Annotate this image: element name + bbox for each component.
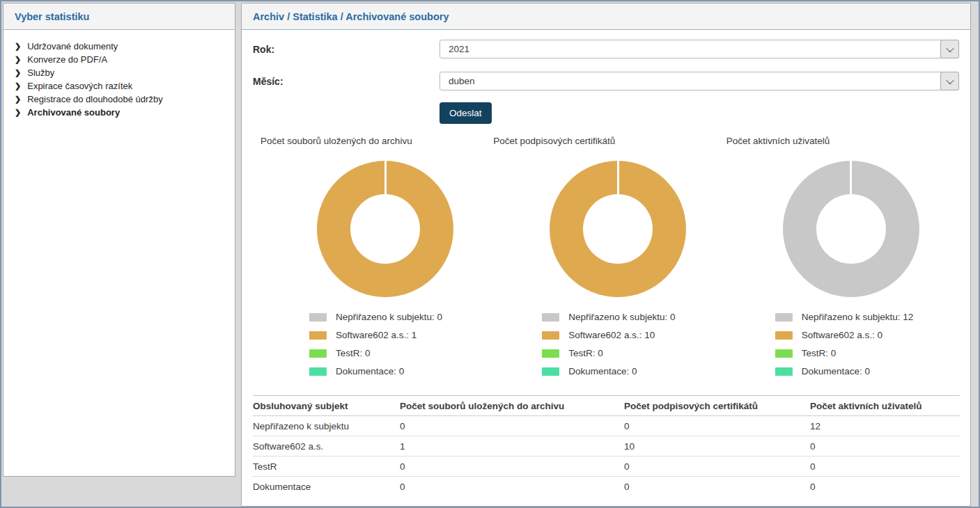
chevron-right-icon: ❯ [15,53,21,66]
sidebar-item-label: Konverze do PDF/A [27,53,107,66]
table-cell: Software602 a.s. [253,436,400,457]
legend-item: Nepřiřazeno k subjektu: 0 [309,312,493,322]
donut-hole [350,194,420,264]
table-cell: 0 [810,477,960,497]
legend-item: TestR: 0 [309,348,493,358]
donut-chart: Počet aktivních uživatelů Nepřiřazeno k … [726,136,959,384]
chart-legend: Nepřiřazeno k subjektu: 0 Software602 a.… [542,312,726,376]
legend-swatch [775,331,793,340]
legend-swatch [542,367,559,376]
table-header-row: Obsluhovaný subjektPočet souborů uložený… [253,396,960,416]
year-select-arrow-button[interactable] [940,40,959,58]
table-cell: 0 [810,457,960,477]
donut-segment-divider [617,161,619,196]
table-row: Software602 a.s.1100 [253,436,960,457]
table-row: TestR000 [253,457,960,477]
donut-chart: Počet souborů uložených do archivu Nepři… [260,136,493,384]
table-row: Dokumentace000 [253,477,960,497]
breadcrumb: Archiv / Statistika / Archivované soubor… [242,3,970,30]
legend-swatch [309,367,327,376]
stats-table: Obsluhovaný subjektPočet souborů uložený… [253,395,960,496]
legend-label: Software602 a.s.: 1 [336,330,417,340]
submit-button[interactable]: Odeslat [440,102,492,124]
legend-item: Software602 a.s.: 0 [775,330,959,340]
legend-label: Nepřiřazeno k subjektu: 0 [568,312,675,322]
sidebar-item-label: Expirace časových razítek [27,79,132,93]
main-content: Rok: 2021 Měsíc: duben Odeslat [242,30,970,496]
legend-item: Dokumentace: 0 [309,366,493,376]
donut-chart: Počet podpisových certifikátů Nepřiřazen… [493,136,726,384]
sidebar-item-label: Archivované soubory [27,106,120,119]
table-cell: Nepřiřazeno k subjektu [253,416,400,436]
sidebar-item[interactable]: ❯ Archivované soubory [15,106,224,119]
legend-swatch [309,331,327,340]
table-cell: 0 [810,436,960,457]
stats-table-body: Nepřiřazeno k subjektu0012Software602 a.… [253,416,960,497]
table-header-cell: Počet souborů uložených do archivu [400,396,624,416]
sidebar-item-label: Služby [27,66,54,79]
chart-title: Počet souborů uložených do archivu [260,136,493,146]
chart-legend: Nepřiřazeno k subjektu: 12 Software602 a… [775,312,959,376]
chart-title: Počet podpisových certifikátů [493,136,726,146]
chevron-right-icon: ❯ [15,79,21,93]
table-cell: 12 [810,416,960,436]
legend-swatch [309,313,327,322]
table-cell: 0 [400,457,624,477]
legend-label: Nepřiřazeno k subjektu: 0 [336,312,442,322]
year-select-value: 2021 [449,40,469,58]
legend-swatch [542,313,559,322]
month-row: Měsíc: duben [253,72,959,90]
legend-label: Software602 a.s.: 10 [568,330,655,340]
donut-segment-divider [384,161,387,196]
legend-swatch [775,367,793,376]
donut-ring [317,161,453,297]
sidebar-item[interactable]: ❯ Registrace do dlouhodobé údržby [15,93,224,106]
legend-label: TestR: 0 [802,348,837,358]
year-label: Rok: [253,44,440,55]
table-cell: 0 [400,477,624,497]
legend-swatch [542,349,559,358]
chevron-right-icon: ❯ [15,106,21,119]
legend-item: Nepřiřazeno k subjektu: 0 [542,312,726,322]
chevron-down-icon [946,44,954,51]
legend-swatch [775,349,793,358]
donut-ring [783,161,919,297]
month-select-arrow-button[interactable] [940,72,959,90]
table-cell: 0 [624,457,810,477]
legend-label: TestR: 0 [568,348,603,358]
table-cell: 0 [400,416,624,436]
legend-item: Software602 a.s.: 10 [542,330,726,340]
legend-swatch [775,313,793,322]
table-header-cell: Počet podpisových certifikátů [624,396,810,416]
sidebar-item-label: Udržované dokumenty [27,40,118,53]
donut-hole [583,194,653,264]
donut-ring [550,161,686,297]
legend-label: Nepřiřazeno k subjektu: 12 [802,312,914,322]
app-window: Vyber statistiku ❯ Udržované dokumenty ❯… [0,0,980,508]
donut-hole [816,194,886,264]
legend-item: TestR: 0 [775,348,959,358]
table-header-cell: Počet aktivních uživatelů [810,396,960,416]
sidebar-item[interactable]: ❯ Konverze do PDF/A [15,53,224,66]
legend-label: Software602 a.s.: 0 [802,330,882,340]
legend-label: TestR: 0 [336,348,371,358]
legend-item: TestR: 0 [542,348,726,358]
sidebar-item[interactable]: ❯ Služby [15,66,224,79]
charts-row: Počet souborů uložených do archivu Nepři… [260,136,959,384]
legend-item: Nepřiřazeno k subjektu: 12 [775,312,959,322]
legend-label: Dokumentace: 0 [336,366,404,376]
table-header-cell: Obsluhovaný subjekt [253,396,400,416]
legend-label: Dokumentace: 0 [802,366,870,376]
year-select[interactable]: 2021 [440,40,959,58]
table-cell: TestR [253,457,400,477]
month-select[interactable]: duben [440,72,959,90]
donut-segment-divider [850,161,852,196]
legend-swatch [542,331,559,340]
sidebar: Vyber statistiku ❯ Udržované dokumenty ❯… [3,3,235,477]
sidebar-menu: ❯ Udržované dokumenty ❯ Konverze do PDF/… [3,30,235,129]
sidebar-title: Vyber statistiku [3,3,235,30]
sidebar-item[interactable]: ❯ Expirace časových razítek [15,79,224,93]
chevron-right-icon: ❯ [15,66,21,79]
chevron-right-icon: ❯ [15,40,21,53]
sidebar-item[interactable]: ❯ Udržované dokumenty [15,40,224,53]
